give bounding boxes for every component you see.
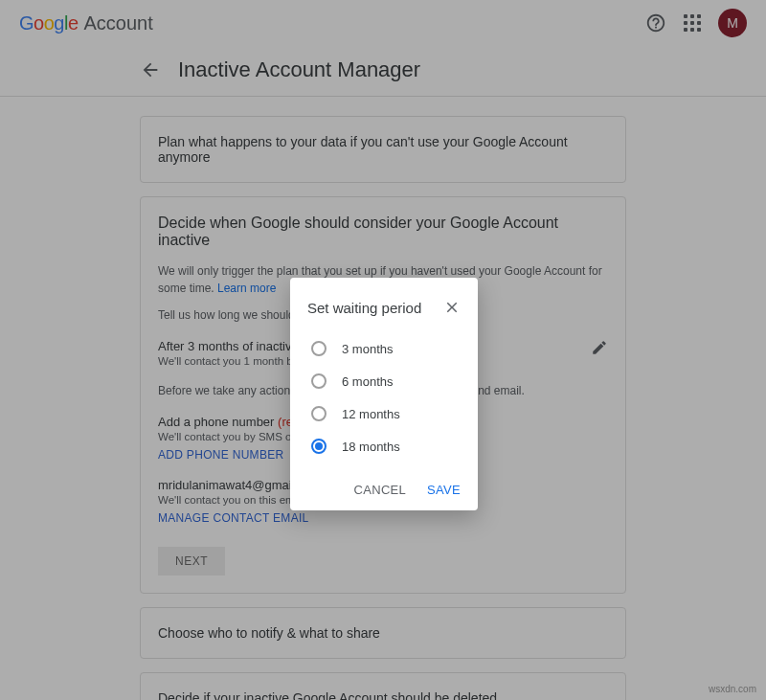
dialog-title: Set waiting period (307, 300, 421, 316)
radio-icon (311, 341, 327, 356)
waiting-period-dialog: Set waiting period 3 months 6 months 12 … (290, 278, 478, 510)
radio-option-18-months[interactable]: 18 months (307, 433, 461, 465)
radio-icon-selected (311, 439, 327, 454)
radio-icon (311, 373, 327, 389)
cancel-button[interactable]: CANCEL (354, 483, 407, 497)
radio-icon (311, 406, 327, 421)
close-icon[interactable] (443, 299, 461, 316)
radio-option-3-months[interactable]: 3 months (307, 335, 461, 368)
radio-option-6-months[interactable]: 6 months (307, 368, 461, 400)
save-button[interactable]: SAVE (427, 483, 461, 497)
radio-option-12-months[interactable]: 12 months (307, 400, 461, 433)
